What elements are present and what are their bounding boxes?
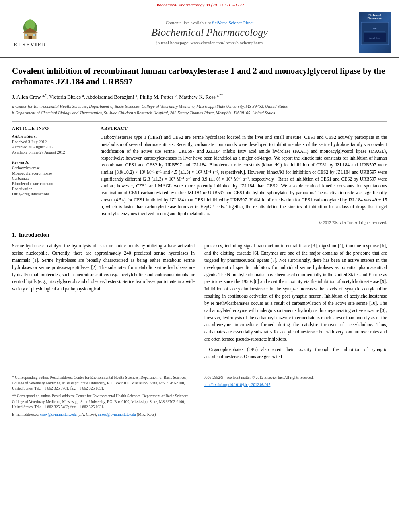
email-line: E-mail addresses: crow@cvm.msstate.edu (…: [12, 412, 195, 417]
history-received: Received 3 July 2012: [12, 140, 93, 144]
history-available: Available online 27 August 2012: [12, 150, 93, 154]
history-label: Article history:: [12, 134, 93, 138]
introduction-body: Serine hydrolases catalyze the hydrolysi…: [12, 242, 387, 364]
affiliation-b: b Department of Chemical Biology and The…: [12, 110, 387, 116]
article-info-heading: Article Info: [12, 126, 93, 131]
journal-main-title: Biochemical Pharmacology: [60, 27, 359, 39]
affiliations: a Center for Environmental Health Scienc…: [12, 103, 387, 116]
article-history: Article history: Received 3 July 2012 Ac…: [12, 134, 93, 154]
journal-citation: Biochemical Pharmacology 84 (2012) 1215–…: [155, 2, 244, 7]
section-number: 1.: [12, 232, 16, 238]
email-2-name: (M.K. Ross).: [137, 413, 157, 417]
email-1-link[interactable]: crow@cvm.msstate.edu: [40, 413, 77, 417]
doi-line: http://dx.doi.org/10.1016/j.bcp.2012.08.…: [204, 382, 387, 388]
email-2-link[interactable]: mross@cvm.msstate.edu: [98, 413, 136, 417]
article-info-abstract: Article Info Article history: Received 3…: [12, 126, 387, 225]
keywords-section: Keywords: Carboxylesterase Monoacylglyce…: [12, 160, 93, 196]
keyword-1: Carboxylesterase: [12, 166, 93, 170]
elsevier-wordmark: ELSEVIER: [14, 41, 47, 48]
affiliation-a: a Center for Environmental Health Scienc…: [12, 103, 387, 110]
sciverse-link[interactable]: SciVerse ScienceDirect: [212, 20, 253, 25]
svg-rect-7: [33, 34, 36, 36]
main-content: Covalent inhibition of recombinant human…: [0, 58, 399, 426]
copyright-line: © 2012 Elsevier Inc. All rights reserved…: [101, 220, 387, 225]
abstract-text: Carboxylesterase type 1 (CES1) and CES2 …: [101, 134, 387, 217]
abstract-heading: Abstract: [101, 126, 387, 131]
authors-line: J. Allen Crow a,*, Victoria Bittles a, A…: [12, 93, 387, 100]
footnote-1: * Corresponding author. Postal address; …: [12, 375, 195, 391]
keyword-5: Reactivation: [12, 187, 93, 191]
journal-citation-bar: Biochemical Pharmacology 84 (2012) 1215–…: [0, 0, 399, 8]
svg-rect-5: [29, 36, 32, 39]
email-label: E-mail addresses:: [12, 413, 39, 417]
sciverse-line: Contents lists available at SciVerse Sci…: [60, 20, 359, 25]
keyword-2: Monoacylglycerol lipase: [12, 171, 93, 175]
email-1-name: (J.A. Crow),: [78, 413, 97, 417]
intro-col-left: Serine hydrolases catalyze the hydrolysi…: [12, 242, 195, 364]
footnote-col-left: * Corresponding author. Postal address; …: [12, 375, 195, 417]
journal-homepage: journal homepage: www.elsevier.com/locat…: [60, 40, 359, 45]
intro-col-right: processes, including signal transduction…: [204, 242, 387, 364]
issn-line: 0006-2952/$ – see front matter © 2012 El…: [204, 375, 387, 380]
keyword-6: Drug–drug interactions: [12, 192, 93, 196]
journal-cover: BiochemicalPharmacology BP Journal Cover: [359, 12, 391, 53]
doi-link[interactable]: http://dx.doi.org/10.1016/j.bcp.2012.08.…: [204, 383, 270, 387]
keyword-4: Bimolecular rate constant: [12, 181, 93, 186]
svg-text:Journal Cover: Journal Cover: [369, 37, 381, 39]
elsevier-logo: ELSEVIER: [8, 17, 52, 48]
footnote-col-right: 0006-2952/$ – see front matter © 2012 El…: [204, 375, 387, 417]
intro-para-2: processes, including signal transduction…: [204, 242, 387, 343]
corresponding2-label: ** Corresponding author.: [12, 394, 51, 398]
journal-title-block: Contents lists available at SciVerse Sci…: [60, 20, 359, 45]
article-title: Covalent inhibition of recombinant human…: [12, 66, 387, 88]
section-title-text: Introduction: [19, 232, 49, 238]
svg-text:BP: BP: [373, 27, 377, 30]
svg-rect-6: [25, 34, 27, 36]
abstract-col: Abstract Carboxylesterase type 1 (CES1) …: [101, 126, 387, 225]
keyword-3: Carbamate: [12, 176, 93, 181]
footnote-2: ** Corresponding author. Postal address;…: [12, 394, 195, 410]
footnotes-area: * Corresponding author. Postal address; …: [12, 372, 387, 417]
intro-para-3: Organophosphates (OPs) also exert their …: [204, 346, 387, 361]
intro-para-1: Serine hydrolases catalyze the hydrolysi…: [12, 242, 195, 293]
history-accepted: Accepted 20 August 2012: [12, 145, 93, 149]
introduction-heading: 1.Introduction: [12, 232, 387, 238]
divider-1: [12, 121, 387, 122]
keywords-label: Keywords:: [12, 160, 93, 164]
corresponding1-label: * Corresponding author.: [12, 376, 49, 380]
journal-header: ELSEVIER Contents lists available at Sci…: [0, 8, 399, 58]
article-info-col: Article Info Article history: Received 3…: [12, 126, 93, 225]
